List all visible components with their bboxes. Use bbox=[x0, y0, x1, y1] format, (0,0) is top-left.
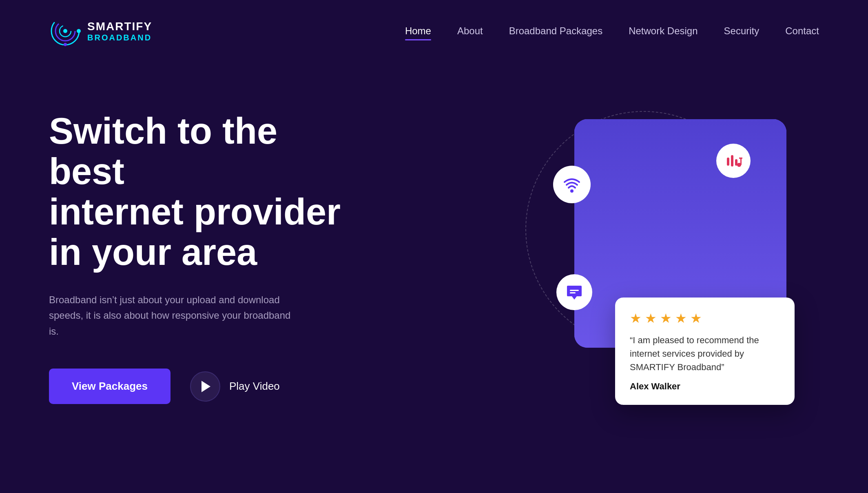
play-video-button[interactable]: Play Video bbox=[190, 371, 280, 402]
nav-link-security[interactable]: Security bbox=[724, 25, 760, 36]
nav-item-home[interactable]: Home bbox=[405, 25, 431, 37]
nav-link-about[interactable]: About bbox=[457, 25, 483, 36]
play-triangle-icon bbox=[202, 381, 210, 392]
nav-item-network[interactable]: Network Design bbox=[629, 25, 698, 37]
svg-rect-28 bbox=[739, 158, 742, 159]
svg-rect-23 bbox=[727, 158, 729, 166]
music-icon bbox=[724, 152, 742, 170]
nav-item-broadband[interactable]: Broadband Packages bbox=[509, 25, 603, 37]
logo-icon bbox=[49, 15, 82, 47]
svg-rect-24 bbox=[731, 155, 733, 167]
chat-icon bbox=[565, 282, 584, 302]
wifi-icon bbox=[562, 175, 582, 194]
hero-title-line2: internet provider bbox=[49, 191, 341, 232]
nav-item-contact[interactable]: Contact bbox=[785, 25, 819, 37]
play-label: Play Video bbox=[229, 380, 280, 393]
star-rating: ★ ★ ★ ★ ★ bbox=[630, 311, 780, 326]
hero-title-line1: Switch to the best bbox=[49, 111, 277, 192]
hero-title: Switch to the best internet provider in … bbox=[49, 111, 359, 273]
brand-name-line2: BROADBAND bbox=[87, 33, 152, 42]
svg-rect-29 bbox=[570, 290, 579, 291]
nav-link-home[interactable]: Home bbox=[405, 25, 431, 36]
nav-link-contact[interactable]: Contact bbox=[785, 25, 819, 36]
navbar: SMARTIFY BROADBAND Home About Broadband … bbox=[0, 0, 868, 62]
svg-rect-30 bbox=[570, 292, 576, 293]
reviewer-name: Alex Walker bbox=[630, 381, 780, 392]
logo-text: SMARTIFY BROADBAND bbox=[87, 20, 152, 42]
nav-link-network[interactable]: Network Design bbox=[629, 25, 698, 36]
hero-section: Switch to the best internet provider in … bbox=[0, 62, 868, 421]
svg-point-3 bbox=[63, 29, 67, 33]
music-bubble bbox=[716, 144, 751, 178]
nav-item-about[interactable]: About bbox=[457, 25, 483, 37]
star-2: ★ bbox=[645, 311, 657, 326]
svg-point-22 bbox=[570, 189, 574, 193]
hero-left: Switch to the best internet provider in … bbox=[49, 87, 359, 404]
svg-point-5 bbox=[64, 43, 67, 46]
star-1: ★ bbox=[630, 311, 642, 326]
brand-name-line1: SMARTIFY bbox=[87, 20, 152, 33]
star-4: ★ bbox=[675, 311, 687, 326]
hero-right: ★ ★ ★ ★ ★ “I am pleased to recommend the… bbox=[359, 87, 819, 421]
hero-description: Broadband isn’t just about your upload a… bbox=[49, 292, 302, 339]
logo[interactable]: SMARTIFY BROADBAND bbox=[49, 15, 152, 47]
wifi-bubble bbox=[553, 166, 591, 203]
view-packages-button[interactable]: View Packages bbox=[49, 369, 170, 404]
svg-point-4 bbox=[77, 29, 81, 33]
play-circle bbox=[190, 371, 220, 402]
chat-bubble bbox=[556, 274, 592, 310]
nav-link-broadband[interactable]: Broadband Packages bbox=[509, 25, 603, 36]
hero-title-line3: in your area bbox=[49, 232, 257, 273]
nav-item-security[interactable]: Security bbox=[724, 25, 760, 37]
review-text: “I am pleased to recommend the internet … bbox=[630, 333, 780, 374]
star-5: ★ bbox=[690, 311, 702, 326]
nav-links: Home About Broadband Packages Network De… bbox=[405, 25, 819, 37]
hero-actions: View Packages Play Video bbox=[49, 369, 359, 404]
star-3: ★ bbox=[660, 311, 672, 326]
review-card: ★ ★ ★ ★ ★ “I am pleased to recommend the… bbox=[615, 298, 795, 405]
